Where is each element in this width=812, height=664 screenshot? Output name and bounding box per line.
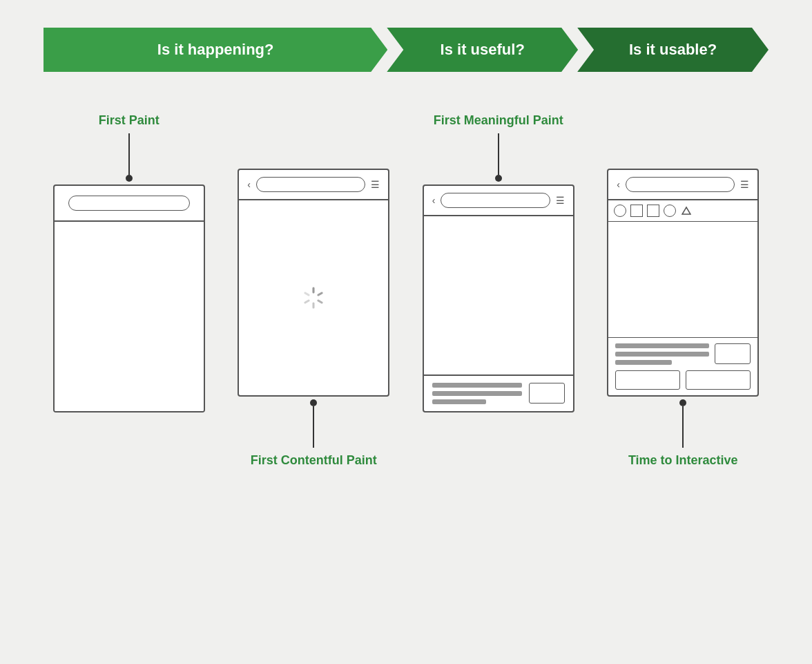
- phone4-content-area: [608, 338, 757, 395]
- phone4-action-buttons: [615, 370, 751, 390]
- phone3-image-area: [424, 216, 573, 376]
- phone4-btn-1: [615, 370, 680, 390]
- phone4-back-icon: ‹: [617, 179, 620, 190]
- phone4-btn-2: [686, 370, 751, 390]
- phone1-header: [55, 186, 204, 222]
- phone2-header: ‹ ☰: [239, 170, 388, 200]
- tab-icon-triangle: [680, 205, 693, 217]
- phone4-line-1: [615, 343, 709, 348]
- banner-arrow-usable: Is it usable?: [577, 28, 768, 72]
- phone3-menu-icon: ☰: [556, 195, 565, 206]
- phone3-search-bar: [441, 193, 550, 208]
- loading-spinner: [298, 283, 329, 313]
- phone-fcp: ‹ ☰: [238, 169, 389, 397]
- phone4-tabs: [608, 200, 757, 222]
- svg-line-11: [305, 292, 309, 296]
- phone4-body: [608, 200, 757, 395]
- banner: Is it happening? Is it useful? Is it usa…: [44, 28, 768, 72]
- phone2-body: [239, 200, 388, 395]
- phone3-action-button: [529, 383, 565, 404]
- tab-icon-circle-1: [614, 205, 626, 217]
- phone4-header: ‹ ☰: [608, 170, 757, 200]
- phone4-image-area: [608, 222, 757, 338]
- phone-tti: ‹ ☰: [607, 169, 759, 397]
- phone3-line-1: [432, 383, 522, 388]
- column-tti: ‹ ☰: [598, 113, 769, 468]
- phone-first-paint: [53, 184, 205, 412]
- phone4-row-1: [615, 343, 751, 365]
- phone3-header: ‹ ☰: [424, 186, 573, 216]
- phone3-content-area: [424, 376, 573, 411]
- phone3-line-2: [432, 391, 522, 396]
- phone4-menu-icon: ☰: [740, 179, 749, 190]
- phone1-search-bar: [68, 196, 190, 211]
- connector-top-3: [495, 133, 502, 182]
- banner-arrow-happening: Is it happening?: [44, 28, 387, 72]
- tab-icon-circle-2: [664, 205, 676, 217]
- label-first-paint: First Paint: [99, 113, 160, 128]
- connector-bottom-4: [679, 399, 686, 448]
- tab-icon-square-2: [647, 205, 659, 217]
- column-first-paint: First Paint: [44, 113, 215, 468]
- column-fmp: First Meaningful Paint ‹ ☰: [413, 113, 584, 468]
- phone3-text-lines: [432, 383, 522, 404]
- phone3-line-3: [432, 399, 486, 404]
- phone1-body: [55, 222, 204, 411]
- phone2-search-bar: [256, 177, 365, 192]
- phone4-line-2: [615, 352, 709, 357]
- svg-line-8: [318, 299, 322, 303]
- label-fmp: First Meaningful Paint: [434, 113, 563, 128]
- phone4-text-lines: [615, 343, 709, 365]
- banner-label-usable: Is it usable?: [629, 41, 717, 59]
- phone3-body: [424, 216, 573, 411]
- label-tti: Time to Interactive: [628, 453, 738, 468]
- banner-arrow-useful: Is it useful?: [387, 28, 578, 72]
- svg-line-10: [305, 299, 309, 303]
- banner-label-useful: Is it useful?: [441, 41, 525, 59]
- phone4-line-3: [615, 360, 672, 365]
- phone-fmp: ‹ ☰: [423, 184, 574, 412]
- phone4-search-bar: [626, 177, 735, 192]
- column-fcp: ‹ ☰: [229, 113, 400, 468]
- phone2-back-icon: ‹: [247, 179, 251, 190]
- svg-line-7: [318, 292, 322, 296]
- svg-marker-12: [682, 207, 690, 214]
- connector-top-1: [126, 133, 133, 182]
- phone4-action-button: [715, 343, 751, 364]
- phone3-back-icon: ‹: [432, 195, 436, 206]
- banner-label-happening: Is it happening?: [157, 41, 274, 59]
- phone2-menu-icon: ☰: [371, 179, 380, 190]
- label-fcp: First Contentful Paint: [251, 453, 377, 468]
- connector-bottom-2: [310, 399, 317, 448]
- main-content: First Paint ‹ ☰: [44, 113, 768, 468]
- tab-icon-square-1: [630, 205, 643, 217]
